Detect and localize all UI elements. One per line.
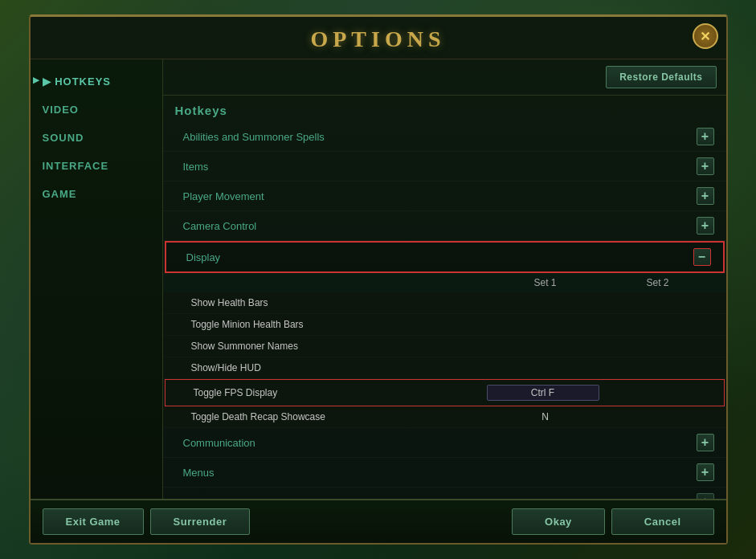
close-button[interactable]: ✕ xyxy=(693,23,718,49)
hotkey-group-player-movement[interactable]: Player Movement + xyxy=(163,182,726,211)
spacer xyxy=(256,508,505,535)
display-label: Display xyxy=(186,251,693,263)
abilities-expand-button[interactable]: + xyxy=(697,128,714,145)
summoner-names-label: Show Summoner Names xyxy=(191,341,489,352)
communication-label: Communication xyxy=(183,437,697,449)
scroll-area[interactable]: Hotkeys Abilities and Summoner Spells + … xyxy=(163,96,726,499)
hotkey-group-menus[interactable]: Menus + xyxy=(163,458,726,488)
restore-defaults-button[interactable]: Restore Defaults xyxy=(606,66,716,88)
toolbar: Restore Defaults xyxy=(163,59,726,96)
health-bars-label: Show Health Bars xyxy=(191,297,489,308)
camera-control-expand-button[interactable]: + xyxy=(697,217,714,235)
sidebar: ▶ HOTKEYS VIDEO SOUND INTERFACE GAME xyxy=(31,59,163,499)
column-headers: Set 1 Set 2 xyxy=(163,273,726,292)
player-movement-expand-button[interactable]: + xyxy=(697,187,714,205)
toggle-fps-label: Toggle FPS Display xyxy=(194,387,487,398)
hotkey-group-items[interactable]: Items + xyxy=(163,152,726,182)
hotkeys-section-header: Hotkeys xyxy=(163,96,726,122)
modal-overlay: OPTIONS ✕ ▶ HOTKEYS VIDEO SOUND INTERFAC… xyxy=(0,0,756,559)
dialog-title: OPTIONS xyxy=(310,27,445,51)
options-dialog: OPTIONS ✕ ▶ HOTKEYS VIDEO SOUND INTERFAC… xyxy=(29,14,728,545)
death-recap-label: Toggle Death Recap Showcase xyxy=(191,411,489,422)
sidebar-item-hotkeys[interactable]: ▶ HOTKEYS xyxy=(31,67,162,96)
hotkey-row-toggle-fps[interactable]: Toggle FPS Display Ctrl F xyxy=(165,379,725,406)
menus-expand-button[interactable]: + xyxy=(697,463,714,481)
hotkey-row-death-recap[interactable]: Toggle Death Recap Showcase N xyxy=(163,406,726,428)
cancel-button[interactable]: Cancel xyxy=(611,508,714,535)
sidebar-item-video[interactable]: VIDEO xyxy=(31,96,162,124)
sidebar-item-interface[interactable]: INTERFACE xyxy=(31,152,162,180)
hotkey-row-minion-health[interactable]: Toggle Minion Health Bars xyxy=(163,314,726,336)
content-area: ▶ HOTKEYS VIDEO SOUND INTERFACE GAME xyxy=(31,59,726,499)
hotkey-group-camera-control[interactable]: Camera Control + xyxy=(163,211,726,241)
minion-health-label: Toggle Minion Health Bars xyxy=(191,319,489,330)
death-recap-set1[interactable]: N xyxy=(489,411,602,422)
hotkey-group-item-shop[interactable]: Item Shop + xyxy=(163,488,726,499)
show-hud-label: Show/Hide HUD xyxy=(191,362,489,373)
exit-game-button[interactable]: Exit Game xyxy=(43,508,144,535)
menus-label: Menus xyxy=(183,467,697,479)
sidebar-arrow-icon: ▶ xyxy=(43,75,55,88)
camera-control-label: Camera Control xyxy=(183,220,697,232)
set1-header: Set 1 xyxy=(489,277,602,288)
hotkey-group-communication[interactable]: Communication + xyxy=(163,428,726,458)
col-spacer xyxy=(183,277,489,288)
item-shop-label: Item Shop xyxy=(183,496,697,500)
surrender-button[interactable]: Surrender xyxy=(150,508,251,535)
bottom-bar: Exit Game Surrender Okay Cancel xyxy=(31,499,726,543)
sidebar-item-game[interactable]: GAME xyxy=(31,180,162,208)
display-collapse-button[interactable]: − xyxy=(693,248,711,266)
main-panel: Restore Defaults Hotkeys Abilities and S… xyxy=(163,59,726,499)
hotkey-row-show-hud[interactable]: Show/Hide HUD xyxy=(163,357,726,379)
communication-expand-button[interactable]: + xyxy=(697,434,714,451)
toggle-fps-set1[interactable]: Ctrl F xyxy=(487,385,599,401)
abilities-label: Abilities and Summoner Spells xyxy=(183,131,697,143)
player-movement-label: Player Movement xyxy=(183,190,697,202)
sidebar-item-sound[interactable]: SOUND xyxy=(31,124,162,152)
okay-button[interactable]: Okay xyxy=(512,508,605,535)
items-label: Items xyxy=(183,161,697,173)
hotkey-group-abilities[interactable]: Abilities and Summoner Spells + xyxy=(163,122,726,152)
display-section-header[interactable]: Display − xyxy=(165,241,725,273)
item-shop-expand-button[interactable]: + xyxy=(697,493,714,499)
title-bar: OPTIONS ✕ xyxy=(31,17,726,59)
set2-header: Set 2 xyxy=(602,277,714,288)
hotkey-row-summoner-names[interactable]: Show Summoner Names xyxy=(163,336,726,357)
items-expand-button[interactable]: + xyxy=(697,157,714,175)
hotkey-row-health-bars[interactable]: Show Health Bars xyxy=(163,292,726,314)
